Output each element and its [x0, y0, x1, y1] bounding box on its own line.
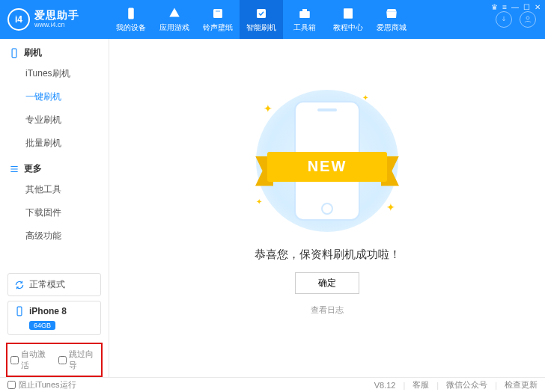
view-log-link[interactable]: 查看日志	[311, 304, 344, 316]
nav-label: 工具箱	[293, 22, 316, 33]
nav-my-device[interactable]: 我的设备	[109, 0, 153, 39]
maximize-icon[interactable]: ☐	[523, 3, 530, 11]
phone-small-icon	[14, 306, 25, 316]
svg-rect-2	[257, 9, 266, 18]
menu-download-firmware[interactable]: 下载固件	[25, 201, 109, 224]
device-icon	[9, 48, 19, 58]
minimize-icon[interactable]: —	[511, 3, 519, 11]
menu-pro-flash[interactable]: 专业刷机	[25, 108, 109, 132]
version-label: V8.12	[374, 381, 396, 390]
menu-batch-flash[interactable]: 批量刷机	[25, 132, 109, 155]
block-itunes-checkbox[interactable]	[7, 381, 16, 389]
section-flash-title: 刷机	[0, 39, 109, 62]
status-bar: 阻止iTunes运行 V8.12| 客服| 微信公众号| 检查更新	[0, 377, 545, 392]
svg-rect-1	[213, 9, 222, 18]
opt-auto-activate[interactable]: 自动激活	[10, 349, 51, 371]
nav-flash[interactable]: 智能刷机	[240, 0, 283, 39]
refresh-icon	[14, 280, 25, 290]
toolbox-icon	[298, 7, 311, 20]
block-itunes-option[interactable]: 阻止iTunes运行	[7, 379, 76, 391]
svg-rect-0	[128, 7, 134, 19]
apps-icon	[168, 7, 181, 20]
section-more-title: 更多	[0, 155, 109, 178]
svg-rect-7	[12, 49, 16, 58]
brand-url: www.i4.cn	[34, 22, 79, 29]
ribbon-text: NEW	[267, 152, 387, 182]
tshirt-icon[interactable]: ♛	[491, 3, 498, 11]
star-icon: ✦	[362, 94, 368, 102]
top-nav: 我的设备 应用游戏 铃声壁纸 智能刷机 工具箱 教程中心 爱思商城	[109, 0, 496, 39]
star-icon: ✦	[264, 102, 272, 114]
nav-label: 应用游戏	[159, 22, 189, 33]
opt-label: 自动激活	[21, 349, 51, 371]
success-message: 恭喜您，保资料刷机成功啦！	[255, 248, 401, 262]
device-name: iPhone 8	[29, 306, 67, 316]
section-label: 更多	[24, 162, 42, 175]
sidebar: 刷机 iTunes刷机 一键刷机 专业刷机 批量刷机 更多 其他工具 下载固件 …	[0, 39, 109, 377]
svg-rect-3	[299, 11, 310, 18]
section-label: 刷机	[24, 46, 42, 59]
more-menu: 其他工具 下载固件 高级功能	[0, 178, 109, 248]
skip-guide-checkbox[interactable]	[58, 356, 67, 364]
nav-label: 铃声壁纸	[203, 22, 233, 33]
support-link[interactable]: 客服	[412, 379, 429, 391]
svg-rect-5	[344, 8, 353, 19]
logo-icon: i4	[7, 8, 30, 31]
brand: i4 爱思助手 www.i4.cn	[0, 8, 109, 31]
nav-label: 爱思商城	[377, 22, 407, 33]
menu-other-tools[interactable]: 其他工具	[25, 178, 109, 201]
nav-ringtones[interactable]: 铃声壁纸	[196, 0, 240, 39]
flash-options-row: 自动激活 跳过向导	[6, 343, 103, 377]
nav-label: 智能刷机	[246, 22, 276, 33]
music-icon	[211, 7, 225, 20]
book-icon	[341, 7, 355, 20]
star-icon: ✦	[386, 201, 395, 213]
svg-rect-4	[302, 9, 307, 11]
opt-skip-guide[interactable]: 跳过向导	[58, 349, 99, 371]
app-header: i4 爱思助手 www.i4.cn 我的设备 应用游戏 铃声壁纸 智能刷机 工具…	[0, 0, 545, 39]
menu-icon[interactable]: ≡	[502, 3, 507, 11]
flash-icon	[255, 7, 268, 20]
close-icon[interactable]: ✕	[535, 3, 541, 11]
menu-advanced[interactable]: 高级功能	[25, 224, 109, 248]
brand-name: 爱思助手	[34, 10, 79, 21]
phone-icon	[124, 7, 138, 20]
opt-label: 跳过向导	[69, 349, 99, 371]
auto-activate-checkbox[interactable]	[10, 356, 19, 364]
device-box[interactable]: iPhone 8 64GB	[7, 301, 101, 335]
menu-itunes-flash[interactable]: iTunes刷机	[25, 62, 109, 85]
nav-tutorials[interactable]: 教程中心	[326, 0, 370, 39]
menu-oneclick-flash[interactable]: 一键刷机	[25, 85, 109, 108]
nav-toolbox[interactable]: 工具箱	[283, 0, 326, 39]
store-icon	[385, 7, 398, 20]
wechat-link[interactable]: 微信公众号	[446, 379, 487, 391]
star-icon: ✦	[256, 197, 262, 206]
nav-apps[interactable]: 应用游戏	[153, 0, 196, 39]
nav-label: 我的设备	[116, 22, 146, 33]
new-ribbon: NEW	[267, 152, 387, 182]
storage-badge: 64GB	[29, 321, 55, 330]
opt-label: 阻止iTunes运行	[19, 379, 76, 391]
svg-rect-8	[17, 307, 22, 316]
mode-box[interactable]: 正常模式	[7, 273, 101, 296]
success-illustration: ✦ ✦ ✦ ✦ NEW	[241, 86, 413, 236]
nav-label: 教程中心	[333, 22, 363, 33]
ok-button[interactable]: 确定	[295, 272, 359, 294]
nav-store[interactable]: 爱思商城	[370, 0, 413, 39]
flash-menu: iTunes刷机 一键刷机 专业刷机 批量刷机	[0, 62, 109, 155]
main-panel: ✦ ✦ ✦ ✦ NEW 恭喜您，保资料刷机成功啦！ 确定 查看日志	[109, 39, 545, 377]
more-icon	[9, 164, 19, 174]
mode-label: 正常模式	[29, 278, 65, 291]
